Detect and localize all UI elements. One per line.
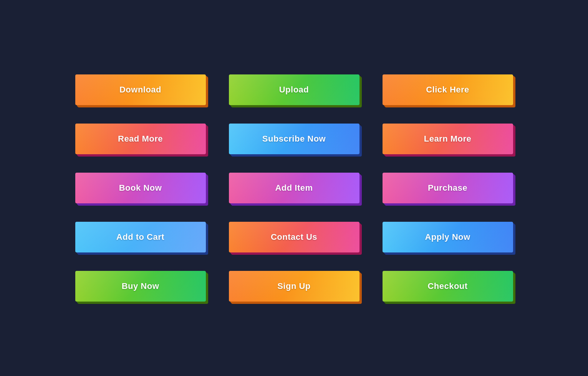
contactus-button[interactable]: Contact Us xyxy=(229,222,359,252)
addtocart-button[interactable]: Add to Cart xyxy=(75,222,206,252)
btn-wrapper-booknow: Book Now xyxy=(75,173,206,203)
btn-wrapper-applynow: Apply Now xyxy=(383,222,513,252)
upload-button[interactable]: Upload xyxy=(229,74,359,105)
btn-wrapper-download: Download xyxy=(75,74,206,105)
btn-wrapper-additem: Add Item xyxy=(229,173,359,203)
additem-button[interactable]: Add Item xyxy=(229,173,359,203)
buynow-button[interactable]: Buy Now xyxy=(75,271,206,302)
btn-wrapper-signup: Sign Up xyxy=(229,271,359,302)
applynow-button[interactable]: Apply Now xyxy=(383,222,513,252)
button-grid: DownloadUploadClick HereRead MoreSubscri… xyxy=(52,51,536,325)
btn-wrapper-upload: Upload xyxy=(229,74,359,105)
btn-wrapper-clickhere: Click Here xyxy=(383,74,513,105)
clickhere-button[interactable]: Click Here xyxy=(383,74,513,105)
readmore-button[interactable]: Read More xyxy=(75,124,206,154)
btn-wrapper-checkout: Checkout xyxy=(383,271,513,302)
btn-wrapper-subscribenow: Subscribe Now xyxy=(229,124,359,154)
btn-wrapper-purchase: Purchase xyxy=(383,173,513,203)
btn-wrapper-addtocart: Add to Cart xyxy=(75,222,206,252)
btn-wrapper-learnmore: Learn More xyxy=(383,124,513,154)
download-button[interactable]: Download xyxy=(75,74,206,105)
btn-wrapper-buynow: Buy Now xyxy=(75,271,206,302)
subscribenow-button[interactable]: Subscribe Now xyxy=(229,124,359,154)
signup-button[interactable]: Sign Up xyxy=(229,271,359,302)
btn-wrapper-contactus: Contact Us xyxy=(229,222,359,252)
checkout-button[interactable]: Checkout xyxy=(383,271,513,302)
learnmore-button[interactable]: Learn More xyxy=(383,124,513,154)
booknow-button[interactable]: Book Now xyxy=(75,173,206,203)
purchase-button[interactable]: Purchase xyxy=(383,173,513,203)
btn-wrapper-readmore: Read More xyxy=(75,124,206,154)
